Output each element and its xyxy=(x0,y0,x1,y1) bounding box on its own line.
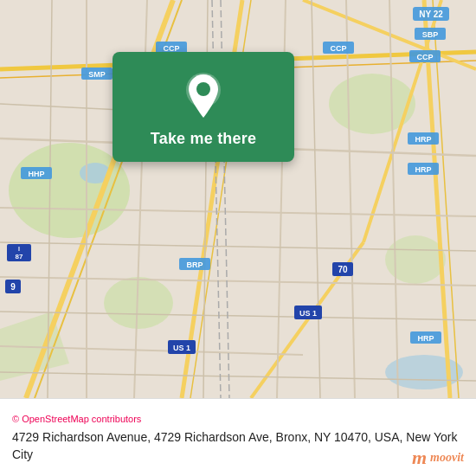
svg-text:CCP: CCP xyxy=(416,53,433,61)
location-pin-icon xyxy=(184,73,222,119)
svg-text:SMP: SMP xyxy=(88,70,106,79)
svg-text:87: 87 xyxy=(16,253,23,261)
osm-credit: © OpenStreetMap contributors xyxy=(12,414,464,424)
address-text: 4729 Richardson Avenue, 4729 Richardson … xyxy=(12,429,464,463)
take-me-there-button[interactable]: Take me there xyxy=(151,130,256,148)
moovit-m-letter: m xyxy=(412,447,427,469)
svg-text:I: I xyxy=(18,246,20,252)
bottom-info-bar: © OpenStreetMap contributors 4729 Richar… xyxy=(0,398,476,476)
moovit-logo: m moovit xyxy=(412,447,464,469)
svg-text:HHP: HHP xyxy=(28,170,44,178)
svg-text:9: 9 xyxy=(10,282,16,292)
svg-text:US 1: US 1 xyxy=(173,344,190,352)
svg-text:NY 22: NY 22 xyxy=(419,10,443,19)
svg-text:HRP: HRP xyxy=(415,165,431,174)
svg-point-71 xyxy=(196,82,210,96)
svg-text:70: 70 xyxy=(338,265,348,274)
svg-text:SBP: SBP xyxy=(422,30,439,39)
svg-text:HRP: HRP xyxy=(417,334,434,343)
svg-text:HRP: HRP xyxy=(415,135,431,144)
svg-text:US 1: US 1 xyxy=(299,309,317,318)
svg-text:CCP: CCP xyxy=(330,44,346,53)
moovit-brand-name: moovit xyxy=(430,451,464,465)
map-container: NY 22 SBP CCP CCP CCP SMP HRP HRP HHP I … xyxy=(0,0,476,398)
svg-text:BRP: BRP xyxy=(186,261,203,269)
location-card: Take me there xyxy=(113,52,294,162)
